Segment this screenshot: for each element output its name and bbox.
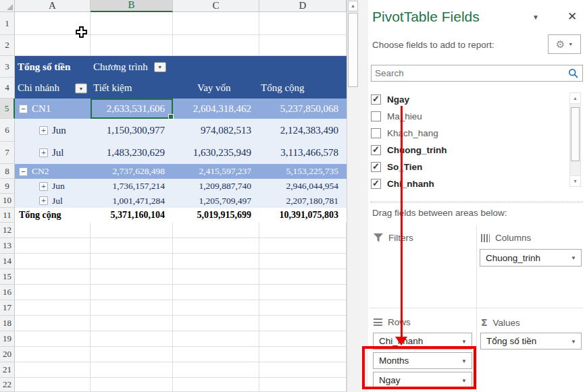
pivot-value-cell[interactable]: 2,946,044,954 (259, 179, 347, 194)
row-header-12[interactable]: 12 (0, 223, 15, 238)
chi-nhanh-filter-button[interactable] (75, 83, 87, 93)
row-header-21[interactable]: 21 (0, 362, 15, 378)
row-header-22[interactable]: 22 (0, 378, 15, 392)
row-header-3[interactable]: 3 (0, 56, 15, 78)
row-header-19[interactable]: 19 (0, 331, 15, 347)
grid-cell[interactable] (91, 269, 173, 285)
search-input[interactable] (372, 65, 582, 81)
pivot-value-cell[interactable]: 2,604,318,462 (173, 99, 259, 119)
pivot-value-cell[interactable]: 1,209,887,740 (173, 179, 259, 194)
grid-cell[interactable] (15, 285, 91, 300)
grid-cell[interactable] (173, 223, 259, 238)
values-field-tong-so-tien[interactable]: Tổng số tiền ▼ (480, 333, 582, 349)
grid-cell[interactable] (173, 238, 259, 254)
row-header-1[interactable]: 1 (0, 12, 15, 35)
pivot-colhead-vay-von[interactable]: Vay vốn (173, 78, 259, 99)
grid-cell[interactable] (259, 331, 347, 347)
checkbox-checked-icon[interactable] (371, 179, 381, 189)
grid-cell[interactable] (259, 347, 347, 362)
expand-icon[interactable] (39, 196, 48, 205)
grid-cell[interactable] (91, 378, 173, 392)
grid-cell[interactable] (15, 362, 91, 378)
row-header-7[interactable]: 7 (0, 142, 15, 164)
grid-cell[interactable] (15, 347, 91, 362)
grid-cell[interactable] (173, 285, 259, 300)
row-header-20[interactable]: 20 (0, 347, 15, 362)
grid-cell[interactable] (91, 331, 173, 347)
grid-cell[interactable] (91, 223, 173, 238)
grid-cell[interactable] (173, 12, 259, 35)
grid-cell[interactable] (259, 378, 347, 392)
grid-cell[interactable] (259, 316, 347, 331)
grid-cell[interactable] (173, 316, 259, 331)
grid-cell[interactable] (91, 300, 173, 316)
grid-cell[interactable] (173, 254, 259, 269)
chevron-down-icon[interactable]: ▼ (571, 255, 576, 261)
row-header-18[interactable]: 18 (0, 316, 15, 331)
pivot-value-cell[interactable]: 5,371,160,104 (91, 208, 173, 223)
grid-cell[interactable] (259, 35, 347, 56)
collapse-icon[interactable] (19, 167, 28, 176)
row-header-11[interactable]: 11 (0, 208, 15, 223)
grid-cell[interactable] (15, 378, 91, 392)
checkbox-unchecked-icon[interactable] (371, 111, 381, 121)
row-header-14[interactable]: 14 (0, 254, 15, 269)
grid-cell[interactable] (91, 316, 173, 331)
checkbox-checked-icon[interactable] (371, 94, 381, 105)
column-header-d[interactable]: D (259, 0, 347, 12)
pivot-group-cn1[interactable]: CN1 (15, 99, 91, 119)
pivot-subgroup-jul[interactable]: Jul (15, 194, 91, 208)
grid-cell[interactable] (15, 300, 91, 316)
checkbox-checked-icon[interactable] (371, 145, 381, 155)
pivot-value-cell[interactable]: 1,205,709,497 (173, 194, 259, 208)
row-header-15[interactable]: 15 (0, 269, 15, 285)
grid-cell[interactable] (259, 12, 347, 35)
pane-options-caret-icon[interactable]: ▼ (532, 13, 539, 21)
grand-total-label[interactable]: Tổng cộng (15, 208, 91, 223)
pivot-value-cell[interactable]: 1,483,230,629 (91, 142, 173, 164)
pivot-value-cell[interactable]: 2,124,383,490 (259, 119, 347, 142)
grid-cell[interactable] (91, 35, 173, 56)
pivot-value-label-cell[interactable]: Tổng số tiền (15, 56, 91, 78)
search-icon[interactable] (568, 68, 579, 79)
collapse-icon[interactable] (19, 105, 28, 113)
pivot-colhead-tiet-kiem[interactable]: Tiết kiệm (91, 78, 173, 99)
row-header-16[interactable]: 16 (0, 285, 15, 300)
pivot-value-cell[interactable]: 2,207,180,781 (259, 194, 347, 208)
tools-button[interactable]: ⚙ ▼ (548, 34, 581, 54)
pivot-value-cell[interactable]: 1,150,300,977 (91, 119, 173, 142)
grid-cell[interactable] (259, 254, 347, 269)
expand-icon[interactable] (39, 148, 48, 157)
grid-cell[interactable] (173, 331, 259, 347)
row-header-4[interactable]: 4 (0, 78, 15, 99)
expand-icon[interactable] (39, 126, 48, 135)
pivot-value-cell[interactable]: 1,736,157,214 (91, 179, 173, 194)
row-header-6[interactable]: 6 (0, 119, 15, 142)
pivot-value-cell[interactable]: 5,153,225,735 (259, 164, 347, 179)
grid-cell[interactable] (173, 35, 259, 56)
pivot-value-cell[interactable]: 5,019,915,699 (173, 208, 259, 223)
grid-cell[interactable] (15, 254, 91, 269)
pivot-value-cell[interactable]: 2,415,597,237 (173, 164, 259, 179)
grid-cell[interactable] (91, 362, 173, 378)
expand-icon[interactable] (39, 182, 48, 191)
row-header-9[interactable]: 9 (0, 179, 15, 194)
row-header-17[interactable]: 17 (0, 300, 15, 316)
grid-cell[interactable] (91, 285, 173, 300)
grid-cell[interactable] (15, 269, 91, 285)
pivot-header-empty-cell[interactable] (259, 56, 347, 78)
pivot-value-cell[interactable]: 2,737,628,498 (91, 164, 173, 179)
column-header-c[interactable]: C (173, 0, 259, 12)
grid-cell[interactable] (173, 347, 259, 362)
close-icon[interactable]: ✕ (567, 9, 577, 24)
grid-cell[interactable] (91, 254, 173, 269)
scrollbar-thumb[interactable] (571, 107, 580, 161)
pivot-group-cn2[interactable]: CN2 (15, 164, 91, 179)
pivot-column-field-cell[interactable]: Chương trình (91, 56, 173, 78)
pivot-header-empty-cell[interactable] (173, 56, 259, 78)
row-header-13[interactable]: 13 (0, 238, 15, 254)
grid-cell[interactable] (91, 347, 173, 362)
pivot-value-cell[interactable]: 10,391,075,803 (259, 208, 347, 223)
pivot-row-field-cell[interactable]: Chi nhánh (15, 78, 91, 99)
chuong-trinh-filter-button[interactable] (154, 62, 166, 72)
